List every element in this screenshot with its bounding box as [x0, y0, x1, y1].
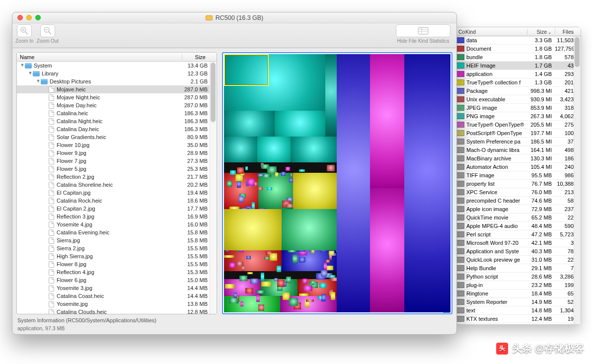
tree-row[interactable]: El Capitan 2.jpg17.7 MB	[17, 205, 217, 213]
minimize-button[interactable]	[26, 15, 32, 20]
treemap-block[interactable]	[224, 111, 275, 137]
treemap-block[interactable]	[329, 251, 334, 256]
treemap-block[interactable]	[237, 167, 244, 173]
treemap-block[interactable]	[234, 292, 237, 298]
treemap-block[interactable]	[237, 181, 241, 188]
tree-scrollbar[interactable]	[210, 62, 217, 314]
zoom-out-button[interactable]: Zoom Out	[37, 24, 59, 44]
tree-row[interactable]: Catalina Clouds.heic12.8 MB	[17, 308, 217, 314]
treemap-block[interactable]	[261, 164, 269, 169]
col-header-color[interactable]: Color	[457, 29, 465, 35]
treemap-block[interactable]	[252, 202, 255, 209]
treemap-block[interactable]	[281, 172, 286, 176]
tree-row[interactable]: Flower 10.jpg35.0 MB	[17, 141, 217, 149]
tree-row[interactable]: Flower 9.jpg28.9 MB	[17, 149, 217, 157]
treemap-block[interactable]	[247, 272, 253, 274]
tree-row[interactable]: ▼Library12.3 GB	[17, 70, 217, 77]
col-header-name[interactable]: Name	[17, 54, 182, 60]
tree-row[interactable]: Mojave Day.heic287.0 MB	[17, 101, 217, 109]
treemap-block[interactable]	[370, 188, 404, 312]
col-header-size[interactable]: Size	[182, 54, 217, 60]
stats-row[interactable]: property list76.7 MB10,388	[455, 180, 581, 188]
treemap-pane[interactable]	[222, 52, 452, 314]
treemap-block[interactable]	[289, 298, 298, 306]
stats-row[interactable]: text14.8 MB1,304	[455, 306, 581, 315]
stats-row[interactable]: Perl script47.2 MB5,723	[455, 230, 581, 239]
stats-row[interactable]: Package998.3 MI421	[455, 87, 581, 95]
treemap-block[interactable]	[224, 255, 234, 258]
treemap-block[interactable]	[240, 301, 243, 306]
tree-row[interactable]: Flower 5.jpg25.3 MB	[17, 165, 217, 173]
stats-row[interactable]: Document1.8 GB127,759	[455, 45, 581, 53]
tree-row[interactable]: Reflection 4.jpg15.3 MB	[17, 268, 217, 276]
treemap-block[interactable]	[261, 282, 271, 287]
stats-row[interactable]: QuickTime movie65.2 MB22	[455, 214, 581, 222]
treemap-block[interactable]	[303, 286, 312, 291]
stats-row[interactable]: Apple MPEG-4 audio48.4 MB590	[455, 222, 581, 230]
tree-row[interactable]: Catalina Night.heic186.3 MB	[17, 117, 217, 125]
tree-row[interactable]: Flower 8.jpg15.5 MB	[17, 260, 217, 268]
tree-row[interactable]: El Capitan.jpg19.4 MB	[17, 189, 217, 197]
treemap-block[interactable]	[261, 273, 264, 281]
stats-row[interactable]: PostScript® OpenType197.7 MI100	[455, 129, 581, 138]
stats-row[interactable]: TrueType® OpenType®205.5 MI275	[455, 121, 581, 129]
treemap-block[interactable]	[321, 294, 326, 301]
treemap-block[interactable]	[337, 54, 370, 312]
treemap-block[interactable]	[270, 253, 277, 261]
treemap-block[interactable]	[324, 263, 327, 271]
treemap-block[interactable]	[299, 293, 309, 296]
tree-row[interactable]: Flower 6.jpg15.0 MB	[17, 276, 217, 284]
treemap-block[interactable]	[247, 179, 255, 186]
treemap-block[interactable]	[239, 276, 247, 281]
stats-row[interactable]: Automator Action105.4 MI240	[455, 163, 581, 171]
treemap-block[interactable]	[256, 295, 260, 302]
treemap-block[interactable]	[250, 279, 258, 284]
stats-row[interactable]: System Preference pa186.5 MI37	[455, 138, 581, 146]
tree-row[interactable]: Sierra.jpg15.8 MB	[17, 236, 217, 244]
treemap-block[interactable]	[319, 283, 326, 288]
treemap-block[interactable]	[225, 284, 234, 289]
tree-row[interactable]: Mojave Night.heic287.0 MB	[17, 93, 217, 101]
treemap-block[interactable]	[227, 181, 231, 187]
col-header-size[interactable]: Size⌄	[527, 29, 555, 35]
treemap[interactable]	[224, 54, 450, 312]
treemap-block[interactable]	[275, 172, 278, 177]
tree-row[interactable]: ▼System13.4 GB	[17, 62, 217, 70]
treemap-block[interactable]	[286, 277, 291, 283]
treemap-block[interactable]	[258, 187, 263, 190]
treemap-block[interactable]	[245, 288, 253, 293]
treemap-block[interactable]	[224, 209, 282, 250]
stats-row[interactable]: Microsoft Word 97-2042.1 MB3	[455, 239, 581, 247]
stats-row[interactable]: precompiled C header74.6 MB58	[455, 197, 581, 205]
treemap-block[interactable]	[246, 256, 251, 260]
col-header-files[interactable]: Files	[555, 29, 581, 35]
tree-row[interactable]: Reflection 3.jpg16.9 MB	[17, 213, 217, 220]
treemap-block[interactable]	[236, 262, 243, 266]
stats-row[interactable]: application1.4 GB293	[455, 70, 581, 78]
treemap-block[interactable]	[327, 165, 335, 171]
zoom-in-button[interactable]: Zoom In	[15, 24, 34, 44]
treemap-block[interactable]	[224, 137, 257, 162]
tree-row[interactable]: Catalina Coast.heic14.4 MB	[17, 292, 217, 300]
treemap-block[interactable]	[239, 196, 243, 203]
disclosure-triangle[interactable]: ▼	[36, 78, 41, 83]
tree-row[interactable]: Flower 7.jpg27.3 MB	[17, 157, 217, 165]
stats-row[interactable]: PNG image267.3 MI4,062	[455, 112, 581, 121]
treemap-block[interactable]	[370, 54, 404, 188]
treemap-block[interactable]	[286, 167, 290, 171]
tree-row[interactable]: Catalina Evening.heic15.8 MB	[17, 228, 217, 236]
treemap-block[interactable]	[321, 270, 328, 277]
col-header-kind[interactable]: Kind	[465, 29, 527, 35]
tree-row[interactable]: Catalina Shoreline.heic20.2 MB	[17, 181, 217, 189]
treemap-block[interactable]	[291, 137, 337, 162]
stats-row[interactable]: Unix executable930.9 MI3,423	[455, 95, 581, 104]
disclosure-triangle[interactable]: ▼	[28, 71, 33, 75]
treemap-block[interactable]	[325, 54, 337, 137]
treemap-block[interactable]	[277, 266, 281, 272]
stats-row[interactable]: Ringtone18.4 MB65	[455, 290, 581, 298]
treemap-block[interactable]	[404, 54, 450, 312]
zoom-button[interactable]	[35, 15, 41, 20]
tree-row[interactable]: ▼Desktop Pictures2.1 GB	[17, 77, 217, 85]
treemap-block[interactable]	[302, 279, 307, 284]
treemap-block[interactable]	[235, 174, 242, 182]
